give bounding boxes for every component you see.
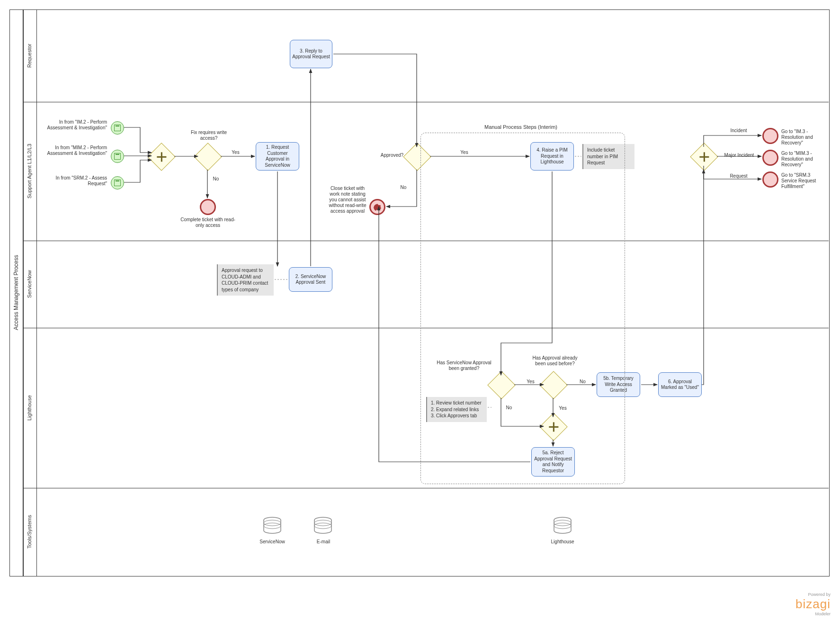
footer-brand: bizagi bbox=[795, 597, 831, 612]
footer-powered-by: Powered by bbox=[795, 592, 831, 597]
lane-title-requestor: Requestor bbox=[23, 9, 36, 102]
datastore-label-servicenow: ServiceNow bbox=[256, 539, 289, 545]
annotation-approval-req: Approval request to CLOUD-ADMI and CLOUD… bbox=[217, 264, 274, 296]
task-label: 2. ServiceNow Approval Sent bbox=[291, 274, 330, 286]
task-approval-sent[interactable]: 2. ServiceNow Approval Sent bbox=[289, 267, 332, 292]
annotation-text: Approval request to CLOUD-ADMI and CLOUD… bbox=[222, 268, 268, 292]
task-label: 6. Approval Marked as "Used" bbox=[661, 379, 699, 391]
end-label-mim3: Go to "MIM.3 - Resolution and Recovery" bbox=[781, 151, 826, 168]
datastore-label-lighthouse: Lighthouse bbox=[545, 539, 580, 545]
lane-divider bbox=[23, 488, 829, 488]
group-label: Manual Process Steps (Interim) bbox=[459, 124, 582, 130]
flow-label-request: Request bbox=[724, 173, 753, 179]
end-label-complete: Complete ticket with read-only access bbox=[180, 217, 236, 228]
flow-label-no: No bbox=[211, 176, 221, 182]
group-manual-steps bbox=[420, 133, 625, 484]
pool-title: Access Management Process bbox=[9, 9, 23, 576]
flow-label-approved-no: No bbox=[399, 185, 408, 190]
end-label-close: Close ticket with work note stating you … bbox=[328, 186, 367, 214]
pool-border bbox=[9, 9, 830, 576]
task-label: 1. Request Customer Approval in ServiceN… bbox=[258, 144, 297, 168]
flow-label-yes: Yes bbox=[230, 150, 241, 155]
task-label: 3. Reply to Approval Request bbox=[292, 48, 330, 60]
end-label-im3: Go to "IM.3 - Resolution and Recovery" bbox=[781, 129, 826, 146]
lane-title-tools: Tools/Systems bbox=[23, 488, 36, 576]
end-event-im3[interactable] bbox=[762, 128, 778, 144]
diagram-canvas: Access Management Process Requestor Supp… bbox=[0, 0, 840, 621]
task-request-approval[interactable]: 1. Request Customer Approval in ServiceN… bbox=[256, 142, 299, 171]
lane-divider bbox=[23, 102, 829, 102]
start-event-mim2[interactable] bbox=[111, 150, 124, 163]
datastore-label-email: E-mail bbox=[307, 539, 340, 545]
start-label-srm2: In from "SRM.2 - Assess Request" bbox=[46, 175, 107, 187]
start-label-mim2: In from "MIM.2 - Perform Assessment & In… bbox=[46, 145, 107, 156]
gateway-label-approved: Approved? bbox=[378, 153, 406, 158]
start-label-im2: In from "IM.2 - Perform Assessment & Inv… bbox=[46, 119, 107, 131]
lane-title-servicenow: ServiceNow bbox=[23, 241, 36, 328]
lane-title-lighthouse: Lighthouse bbox=[23, 328, 36, 488]
task-reply-approval[interactable]: 3. Reply to Approval Request bbox=[290, 40, 332, 68]
flow-label-major: Major Incident bbox=[718, 153, 760, 158]
svg-marker-0 bbox=[374, 204, 381, 211]
datastore-email bbox=[313, 516, 332, 535]
flow-label-incident: Incident bbox=[724, 128, 753, 134]
footer-sub: Modeler bbox=[795, 612, 831, 616]
task-approval-used[interactable]: 6. Approval Marked as "Used" bbox=[658, 372, 702, 397]
start-event-im2[interactable] bbox=[111, 121, 124, 135]
end-event-srm3[interactable] bbox=[762, 171, 778, 188]
end-event-mim3[interactable] bbox=[762, 150, 778, 166]
end-label-srm3: Go to "SRM.3 Service Request Fulfillment… bbox=[781, 172, 826, 189]
cancel-event-close[interactable] bbox=[369, 199, 385, 215]
end-event-complete[interactable] bbox=[200, 199, 216, 215]
footer: Powered by bizagi Modeler bbox=[795, 592, 831, 616]
start-event-srm2[interactable] bbox=[111, 176, 124, 189]
datastore-lighthouse bbox=[553, 516, 572, 535]
lane-title-support: Support Agent L1/L2/L3 bbox=[23, 102, 36, 241]
datastore-servicenow bbox=[263, 516, 282, 535]
gateway-label-fix: Fix requires write access? bbox=[188, 130, 230, 141]
